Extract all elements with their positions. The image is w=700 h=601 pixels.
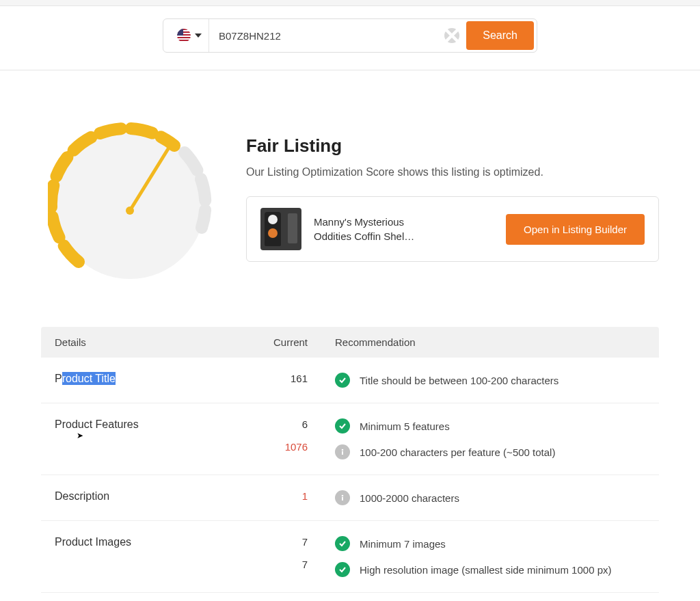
table-header: Details Current Recommendation	[41, 327, 659, 358]
table-row: Description 1 1000-2000 characters	[41, 475, 659, 521]
listing-score-title: Fair Listing	[246, 135, 659, 157]
check-icon	[335, 562, 350, 577]
svg-point-1	[126, 206, 134, 215]
listing-score-subtitle: Our Listing Optimization Score shows thi…	[246, 166, 659, 178]
row-label-product-title[interactable]: Product Title	[55, 373, 246, 385]
flag-us-icon	[177, 29, 191, 42]
product-thumbnail	[260, 208, 301, 250]
rec-line: Minimum 7 images	[335, 536, 645, 551]
rec-line: 1000-2000 characters	[335, 490, 645, 505]
search-bar-container: Search	[0, 6, 700, 70]
row-recommendation: 1000-2000 characters	[335, 490, 645, 505]
score-gauge	[48, 122, 212, 286]
row-label-product-images[interactable]: Product Images	[55, 536, 246, 548]
main-content: Fair Listing Our Listing Optimization Sc…	[0, 88, 700, 601]
gauge-arc-icon	[48, 122, 212, 286]
product-name: Manny's Mysterious Oddities Coffin Shel…	[314, 215, 437, 243]
check-icon	[335, 536, 350, 551]
row-recommendation: Title should be between 100-200 characte…	[335, 373, 645, 388]
details-table: Details Current Recommendation Product T…	[41, 327, 659, 593]
rec-line: 100-200 characters per feature (~500 tot…	[335, 444, 645, 459]
svg-point-2	[342, 449, 344, 451]
info-icon	[335, 490, 350, 505]
open-listing-builder-button[interactable]: Open in Listing Builder	[506, 214, 645, 245]
search-bar: Search	[163, 18, 537, 53]
chevron-down-icon	[195, 34, 202, 38]
table-row: Product Images 7 7 Minimum 7 images High…	[41, 521, 659, 593]
rec-line: High resolution image (smallest side min…	[335, 562, 645, 577]
row-current: 1	[246, 490, 335, 502]
check-icon	[335, 373, 350, 388]
header-current: Current	[246, 336, 335, 348]
svg-rect-5	[342, 497, 343, 500]
close-icon	[444, 28, 459, 43]
product-card: Manny's Mysterious Oddities Coffin Shel……	[246, 196, 659, 262]
hero-section: Fair Listing Our Listing Optimization Sc…	[41, 122, 659, 286]
search-button[interactable]: Search	[466, 21, 534, 50]
row-recommendation: Minimum 7 images High resolution image (…	[335, 536, 645, 577]
svg-line-0	[130, 148, 169, 211]
table-row: Product Features 6 1076 Minimum 5 featur…	[41, 403, 659, 475]
locale-selector[interactable]	[170, 19, 209, 52]
row-current: 6 1076	[246, 418, 335, 453]
search-input[interactable]	[209, 30, 444, 42]
svg-rect-3	[342, 451, 343, 455]
table-row: Product Title 161 Title should be betwee…	[41, 358, 659, 403]
info-icon	[335, 444, 350, 459]
header-details: Details	[55, 336, 246, 348]
hero-text: Fair Listing Our Listing Optimization Sc…	[246, 122, 659, 262]
rec-line: Minimum 5 features	[335, 418, 645, 433]
row-label-product-features[interactable]: Product Features	[55, 418, 246, 431]
clear-search-button[interactable]	[444, 28, 459, 43]
header-recommendation: Recommendation	[335, 336, 645, 348]
row-recommendation: Minimum 5 features 100-200 characters pe…	[335, 418, 645, 459]
rec-line: Title should be between 100-200 characte…	[335, 373, 645, 388]
svg-point-4	[342, 495, 344, 497]
row-label-description[interactable]: Description	[55, 490, 246, 503]
top-strip	[0, 0, 700, 6]
check-icon	[335, 418, 350, 433]
row-current: 7 7	[246, 536, 335, 570]
row-current: 161	[246, 373, 335, 384]
